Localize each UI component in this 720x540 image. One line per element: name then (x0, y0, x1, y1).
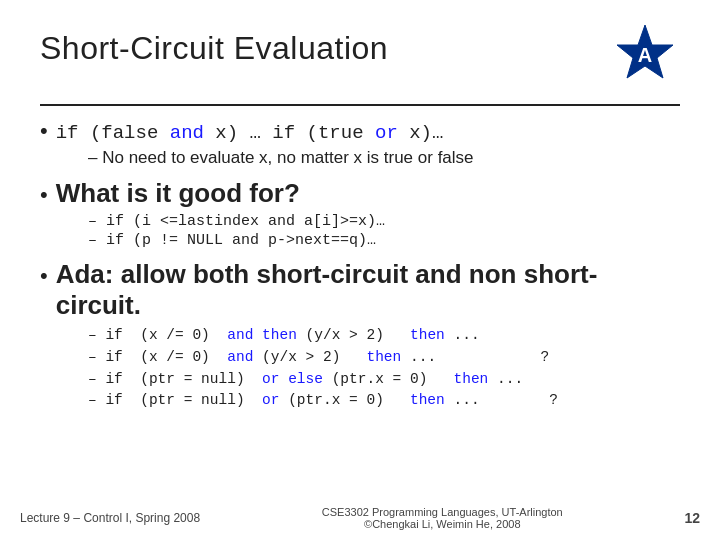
keyword-then-4: then (410, 392, 445, 408)
bullet-text-2: What is it good for? (56, 178, 300, 209)
bullet-main-3: • Ada: allow both short-circuit and non … (40, 259, 680, 321)
svg-text:A: A (638, 44, 652, 66)
header: Short-Circuit Evaluation A (40, 20, 680, 90)
footer-course-line1: CSE3302 Programming Languages, UT-Arling… (322, 506, 563, 518)
keyword-then-2: then (366, 349, 401, 365)
footer-lecture: Lecture 9 – Control I, Spring 2008 (20, 511, 200, 525)
slide: Short-Circuit Evaluation A • if (false a… (0, 0, 720, 540)
bullet-main-2: • What is it good for? (40, 178, 680, 209)
uta-logo: A (610, 20, 680, 90)
bullet-text-3: Ada: allow both short-circuit and non sh… (56, 259, 680, 321)
bullet-dot-1: • (40, 118, 48, 144)
bullet-section-1: • if (false and x) … if (true or x)… – N… (40, 118, 680, 168)
bullet-section-3: • Ada: allow both short-circuit and non … (40, 259, 680, 412)
ada-line-3: – if (ptr = null) or else (ptr.x = 0) th… (88, 369, 680, 391)
ada-code-lines: – if (x /= 0) and then (y/x > 2) then ..… (40, 325, 680, 412)
keyword-or: or (375, 122, 398, 144)
footer-course-line2: ©Chengkai Li, Weimin He, 2008 (364, 518, 520, 530)
code-x1: x) … if (true (204, 122, 375, 144)
sub-text-1-1: – No need to evaluate x, no matter x is … (88, 148, 474, 168)
footer-page: 12 (684, 510, 700, 526)
bullet-dot-3: • (40, 263, 48, 289)
title-divider (40, 104, 680, 106)
keyword-and-then-1: and then (227, 327, 297, 343)
bullet-main-1: • if (false and x) … if (true or x)… (40, 118, 680, 144)
bullet-dot-2: • (40, 182, 48, 208)
ada-line-1: – if (x /= 0) and then (y/x > 2) then ..… (88, 325, 680, 347)
sub-bullet-2-2: – if (p != NULL and p->next==q)… (40, 232, 680, 249)
ada-line-4: – if (ptr = null) or (ptr.x = 0) then ..… (88, 390, 680, 412)
keyword-or-else: or else (262, 371, 323, 387)
keyword-and-2: and (227, 349, 253, 365)
keyword-then-1: then (410, 327, 445, 343)
keyword-and: and (170, 122, 204, 144)
footer-course: CSE3302 Programming Languages, UT-Arling… (322, 506, 563, 530)
slide-title: Short-Circuit Evaluation (40, 30, 388, 67)
bullet-section-2: • What is it good for? – if (i <=lastind… (40, 178, 680, 249)
sub-bullet-2-1: – if (i <=lastindex and a[i]>=x)… (40, 213, 680, 230)
keyword-or-2: or (262, 392, 279, 408)
bullet-text-1: if (false and x) … if (true or x)… (56, 121, 444, 144)
footer: Lecture 9 – Control I, Spring 2008 CSE33… (0, 506, 720, 530)
keyword-then-3: then (453, 371, 488, 387)
ada-line-2: – if (x /= 0) and (y/x > 2) then ... ? (88, 347, 680, 369)
sub-code-2-1: – if (i <=lastindex and a[i]>=x)… (88, 213, 385, 230)
code-x2: x)… (398, 122, 444, 144)
code-if-false: if (false (56, 122, 170, 144)
sub-code-2-2: – if (p != NULL and p->next==q)… (88, 232, 376, 249)
sub-bullet-1-1: – No need to evaluate x, no matter x is … (40, 148, 680, 168)
